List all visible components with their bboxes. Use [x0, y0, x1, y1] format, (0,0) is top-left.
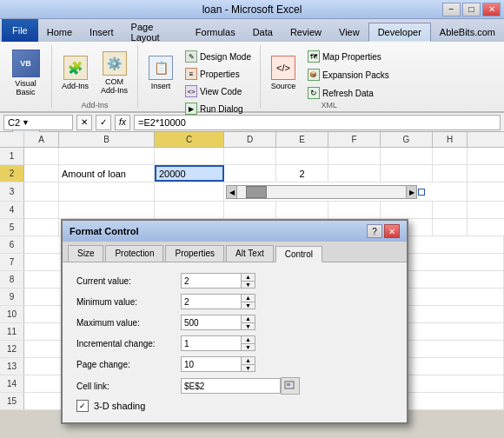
tab-ablebits[interactable]: AbleBits.com	[431, 23, 504, 42]
formula-cancel-btn[interactable]: ✕	[76, 115, 92, 130]
cell-c3[interactable]	[155, 182, 224, 201]
tab-view[interactable]: View	[330, 23, 368, 42]
maximize-button[interactable]: □	[462, 3, 481, 17]
minimum-value-input[interactable]	[181, 294, 242, 309]
current-value-row: Current value: ▲ ▼	[76, 273, 393, 289]
col-header-h[interactable]: H	[433, 132, 468, 147]
cell-link-select-button[interactable]	[281, 377, 300, 395]
col-header-f[interactable]: F	[328, 132, 381, 147]
scroll-thumb[interactable]	[246, 186, 267, 198]
cell-g4[interactable]	[381, 202, 433, 218]
minimum-value-spin-up[interactable]: ▲	[242, 295, 255, 302]
tab-home[interactable]: Home	[38, 23, 81, 42]
maximum-value-spin-up[interactable]: ▲	[242, 315, 255, 323]
cell-g2[interactable]	[381, 165, 433, 182]
tab-size[interactable]: Size	[68, 245, 103, 262]
current-value-input[interactable]	[181, 273, 242, 289]
cell-h3[interactable]	[433, 182, 468, 201]
close-button[interactable]: ✕	[482, 3, 501, 17]
resize-handle[interactable]	[418, 189, 425, 196]
map-properties-button[interactable]: 🗺 Map Properties	[304, 49, 393, 64]
tab-control[interactable]: Control	[275, 246, 322, 262]
tab-data[interactable]: Data	[244, 23, 282, 42]
minimum-value-spin-down[interactable]: ▼	[242, 302, 255, 309]
fx-button[interactable]: fx	[115, 115, 130, 130]
tab-protection[interactable]: Protection	[105, 245, 163, 262]
cell-d1[interactable]	[224, 148, 276, 164]
cell-b3[interactable]	[59, 182, 155, 201]
tab-file[interactable]: File	[2, 19, 38, 42]
cell-d2[interactable]	[224, 165, 276, 182]
tab-formulas[interactable]: Formulas	[187, 23, 244, 42]
design-mode-button[interactable]: ✎ Design Mode	[182, 49, 255, 64]
expansion-packs-button[interactable]: 📦 Expansion Packs	[304, 67, 393, 83]
dialog-close-button[interactable]: ✕	[384, 224, 400, 238]
cell-c4[interactable]	[155, 202, 224, 218]
page-change-spin-up[interactable]: ▲	[242, 357, 255, 365]
page-change-spin-down[interactable]: ▼	[242, 365, 255, 372]
tab-developer[interactable]: Developer	[368, 23, 431, 42]
cell-a5[interactable]	[24, 219, 59, 236]
current-value-spin-up[interactable]: ▲	[242, 274, 255, 282]
dialog-help-button[interactable]: ?	[367, 224, 382, 238]
cell-e1[interactable]	[276, 148, 328, 164]
cell-d4[interactable]	[224, 202, 276, 218]
cell-a3[interactable]	[24, 182, 59, 201]
tab-alt-text[interactable]: Alt Text	[226, 245, 274, 262]
col-header-e[interactable]: E	[276, 132, 328, 147]
formula-confirm-btn[interactable]: ✓	[96, 115, 111, 130]
cell-c1[interactable]	[155, 148, 224, 164]
cell-b2[interactable]: Amount of loan	[59, 165, 155, 182]
cell-h2[interactable]	[433, 165, 468, 182]
cell-c2[interactable]: 20000	[155, 165, 224, 182]
cell-h4[interactable]	[433, 202, 468, 218]
add-ins-button[interactable]: 🧩 Add-Ins	[57, 45, 93, 101]
cell-h5[interactable]	[433, 219, 468, 236]
cell-link-input[interactable]	[181, 378, 281, 394]
visual-basic-button[interactable]: VB VisualBasic	[7, 45, 45, 101]
col-header-d[interactable]: D	[224, 132, 276, 147]
current-value-spin-down[interactable]: ▼	[242, 282, 255, 289]
cell-b1[interactable]	[59, 148, 155, 164]
properties-button[interactable]: ≡ Properties	[182, 66, 255, 82]
col-header-g[interactable]: G	[381, 132, 433, 147]
refresh-data-button[interactable]: ↻ Refresh Data	[304, 85, 393, 101]
col-header-a[interactable]: A	[24, 132, 59, 147]
cell-f4[interactable]	[328, 202, 381, 218]
cell-f2[interactable]	[328, 165, 381, 182]
cell-a2[interactable]	[24, 165, 59, 182]
cell-e4[interactable]	[276, 202, 328, 218]
tab-page-layout[interactable]: Page Layout	[123, 23, 187, 42]
horizontal-scrollbar[interactable]: ◀ ▶	[226, 185, 417, 199]
com-add-ins-button[interactable]: ⚙️ COMAdd-Ins	[96, 45, 132, 101]
maximum-value-spin-down[interactable]: ▼	[242, 323, 255, 330]
tab-properties[interactable]: Properties	[165, 245, 224, 262]
source-button[interactable]: </> Source	[266, 45, 301, 101]
scroll-left-arrow[interactable]: ◀	[227, 186, 237, 198]
cell-g1[interactable]	[381, 148, 433, 164]
incremental-change-spin-up[interactable]: ▲	[242, 336, 255, 344]
incremental-change-spin: ▲ ▼	[242, 335, 255, 351]
name-box-dropdown-icon[interactable]: ▼	[22, 118, 30, 127]
incremental-change-spin-down[interactable]: ▼	[242, 344, 255, 351]
cell-a4[interactable]	[24, 202, 59, 218]
maximum-value-input[interactable]	[181, 315, 242, 330]
minimize-button[interactable]: −	[442, 3, 461, 17]
col-header-c[interactable]: C	[155, 132, 224, 147]
cell-a1[interactable]	[24, 148, 59, 164]
cell-b4[interactable]	[59, 202, 155, 218]
col-header-b[interactable]: B	[59, 132, 155, 147]
tab-review[interactable]: Review	[282, 23, 330, 42]
view-code-button[interactable]: <> View Code	[182, 83, 255, 99]
cell-f1[interactable]	[328, 148, 381, 164]
cell-h1[interactable]	[433, 148, 468, 164]
scroll-right-arrow[interactable]: ▶	[406, 186, 416, 198]
name-box[interactable]: C2 ▼	[3, 115, 73, 130]
tab-insert[interactable]: Insert	[81, 23, 123, 42]
page-change-input[interactable]	[181, 356, 242, 372]
cell-e2[interactable]: 2	[276, 165, 328, 182]
formula-input[interactable]: =E2*10000	[134, 115, 501, 130]
3d-shading-checkbox[interactable]: ✓	[76, 400, 89, 412]
insert-button[interactable]: 📋 Insert	[143, 45, 178, 101]
incremental-change-input[interactable]	[181, 335, 242, 351]
